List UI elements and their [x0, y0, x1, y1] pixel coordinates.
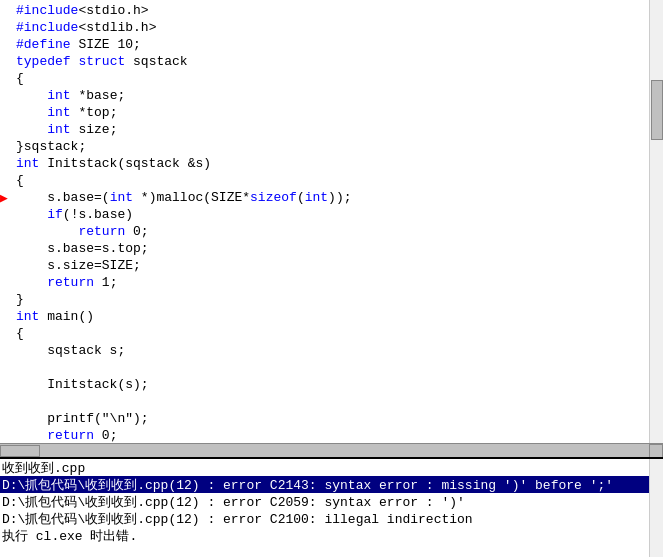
code-line-9: }sqstack; [0, 138, 649, 155]
horizontal-scrollbar-bar [0, 443, 663, 457]
code-line-5: { [0, 70, 649, 87]
code-line-4: typedef struct sqstack [0, 53, 649, 70]
output-line-3: D:\抓包代码\收到收到.cpp(12) : error C2100: ille… [0, 510, 649, 527]
line-text: sqstack s; [4, 343, 125, 358]
code-line-1: #include<stdio.h> [0, 2, 649, 19]
line-text: { [4, 326, 24, 341]
code-editor: #include<stdio.h>#include<stdlib.h>#defi… [0, 0, 663, 443]
line-text: }sqstack; [4, 139, 86, 154]
code-line-6: int *base; [0, 87, 649, 104]
code-line-26: return 0; [0, 427, 649, 443]
line-text: #include<stdio.h> [4, 3, 149, 18]
code-line-21: sqstack s; [0, 342, 649, 359]
line-text: return 1; [4, 275, 117, 290]
code-line-16: s.size=SIZE; [0, 257, 649, 274]
line-text: #include<stdlib.h> [4, 20, 156, 35]
line-text: return 0; [4, 428, 117, 443]
code-line-18: } [0, 291, 649, 308]
h-scrollbar-thumb[interactable] [0, 445, 40, 457]
line-text: { [4, 71, 24, 86]
line-text: s.base=s.top; [4, 241, 149, 256]
code-line-24 [0, 393, 649, 410]
arrow-indicator: ▶ [0, 190, 8, 206]
code-line-22 [0, 359, 649, 376]
code-line-23: Initstack(s); [0, 376, 649, 393]
line-text: { [4, 173, 24, 188]
line-text: s.base=(int *)malloc(SIZE*sizeof(int)); [4, 190, 352, 205]
code-line-13: if(!s.base) [0, 206, 649, 223]
output-line-0: 收到收到.cpp [0, 459, 649, 476]
code-line-19: int main() [0, 308, 649, 325]
line-text: Initstack(s); [4, 377, 149, 392]
code-line-2: #include<stdlib.h> [0, 19, 649, 36]
corner-box [649, 444, 663, 458]
line-text: printf("\n"); [4, 411, 149, 426]
output-line-2: D:\抓包代码\收到收到.cpp(12) : error C2059: synt… [0, 493, 649, 510]
output-line-1: D:\抓包代码\收到收到.cpp(12) : error C2143: synt… [0, 476, 649, 493]
code-content: #include<stdio.h>#include<stdlib.h>#defi… [0, 0, 649, 443]
scrollbar-thumb[interactable] [651, 80, 663, 140]
code-line-11: { [0, 172, 649, 189]
horizontal-scrollbar[interactable] [0, 444, 649, 458]
line-text: int Initstack(sqstack &s) [4, 156, 211, 171]
code-line-20: { [0, 325, 649, 342]
line-text: int *base; [4, 88, 125, 103]
code-line-12: ▶ s.base=(int *)malloc(SIZE*sizeof(int))… [0, 189, 649, 206]
code-line-15: s.base=s.top; [0, 240, 649, 257]
line-text: typedef struct sqstack [4, 54, 188, 69]
code-line-25: printf("\n"); [0, 410, 649, 427]
code-line-10: int Initstack(sqstack &s) [0, 155, 649, 172]
output-panel: 收到收到.cppD:\抓包代码\收到收到.cpp(12) : error C21… [0, 457, 663, 557]
line-text: #define SIZE 10; [4, 37, 141, 52]
line-text: int size; [4, 122, 117, 137]
output-line-4: 执行 cl.exe 时出错. [0, 527, 649, 544]
code-line-14: return 0; [0, 223, 649, 240]
code-line-17: return 1; [0, 274, 649, 291]
line-text: s.size=SIZE; [4, 258, 141, 273]
output-scrollbar[interactable] [649, 459, 663, 557]
output-content: 收到收到.cppD:\抓包代码\收到收到.cpp(12) : error C21… [0, 459, 649, 557]
line-text: return 0; [4, 224, 149, 239]
line-text: int main() [4, 309, 94, 324]
line-text: if(!s.base) [4, 207, 133, 222]
line-text: int *top; [4, 105, 117, 120]
line-text: } [4, 292, 24, 307]
code-line-7: int *top; [0, 104, 649, 121]
code-line-3: #define SIZE 10; [0, 36, 649, 53]
code-line-8: int size; [0, 121, 649, 138]
vertical-scrollbar[interactable] [649, 0, 663, 443]
